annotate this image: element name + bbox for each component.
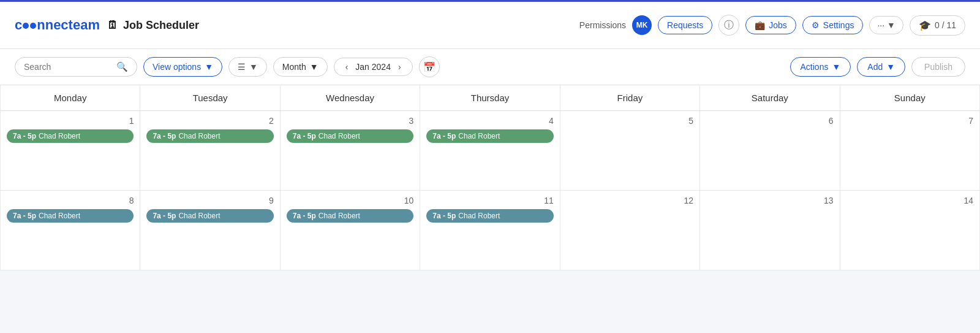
shift-name: Chad Robert xyxy=(318,132,360,140)
calendar-cell-14[interactable]: 14 xyxy=(840,191,980,270)
cell-date-number: 1 xyxy=(7,116,134,126)
cell-date-number: 9 xyxy=(146,196,273,205)
avatar[interactable]: MK xyxy=(632,15,652,35)
calendar-cell-12[interactable]: 12 xyxy=(560,191,700,270)
search-box[interactable]: 🔍 xyxy=(15,57,137,77)
cell-date-number: 13 xyxy=(706,196,833,205)
header-right: Permissions MK Requests ⓘ 💼 Jobs ⚙ Setti… xyxy=(579,15,965,36)
shift-badge[interactable]: 7a - 5pChad Robert xyxy=(7,129,134,143)
calendar-cell-6[interactable]: 6 xyxy=(700,111,840,191)
logo[interactable]: cnnecteam xyxy=(15,17,100,33)
requests-button[interactable]: Requests xyxy=(658,16,712,34)
shift-time: 7a - 5p xyxy=(153,212,176,220)
search-input[interactable] xyxy=(24,62,111,72)
calendar-cell-10[interactable]: 107a - 5pChad Robert xyxy=(281,191,420,270)
jobs-icon: 💼 xyxy=(755,20,765,30)
calendar-cell-11[interactable]: 117a - 5pChad Robert xyxy=(420,191,560,270)
calendar-grid: 17a - 5pChad Robert27a - 5pChad Robert37… xyxy=(0,111,980,270)
notification-badge[interactable]: 🎓 0 / 11 xyxy=(910,15,965,36)
calendar-cell-8[interactable]: 87a - 5pChad Robert xyxy=(1,191,140,270)
shift-time: 7a - 5p xyxy=(293,132,316,140)
calendar-cell-5[interactable]: 5 xyxy=(560,111,700,191)
day-header-friday: Friday xyxy=(560,85,700,110)
cell-date-number: 3 xyxy=(287,116,413,126)
more-button[interactable]: ··· ▼ xyxy=(869,16,903,34)
shift-badge[interactable]: 7a - 5pChad Robert xyxy=(146,129,273,143)
cell-date-number: 8 xyxy=(7,196,134,205)
view-options-button[interactable]: View options ▼ xyxy=(143,57,222,77)
calendar-cell-4[interactable]: 47a - 5pChad Robert xyxy=(420,111,560,191)
shift-badge[interactable]: 7a - 5pChad Robert xyxy=(426,129,553,143)
calendar-picker-button[interactable]: 📅 xyxy=(419,56,440,77)
settings-button[interactable]: ⚙ Settings xyxy=(802,16,864,34)
jobs-button[interactable]: 💼 Jobs xyxy=(745,16,796,34)
cell-date-number: 6 xyxy=(706,116,833,126)
shift-time: 7a - 5p xyxy=(432,132,456,140)
actions-button[interactable]: Actions ▼ xyxy=(790,57,851,77)
prev-month-button[interactable]: ‹ xyxy=(343,62,351,72)
day-header-thursday: Thursday xyxy=(420,85,560,110)
shift-name: Chad Robert xyxy=(39,212,80,220)
calendar-cell-3[interactable]: 37a - 5pChad Robert xyxy=(281,111,420,191)
day-header-wednesday: Wednesday xyxy=(281,85,420,110)
info-icon-button[interactable]: ⓘ xyxy=(718,15,739,36)
publish-button[interactable]: Publish xyxy=(911,57,965,77)
shift-time: 7a - 5p xyxy=(432,212,456,220)
day-header-sunday: Sunday xyxy=(840,85,980,110)
cell-date-number: 2 xyxy=(146,116,273,126)
badge-icon: 🎓 xyxy=(919,20,931,31)
chevron-down-icon: ▼ xyxy=(832,62,840,72)
shift-name: Chad Robert xyxy=(458,132,500,140)
chevron-down-icon: ▼ xyxy=(887,20,895,30)
shift-name: Chad Robert xyxy=(178,212,220,220)
cell-date-number: 11 xyxy=(426,196,553,205)
shift-badge[interactable]: 7a - 5pChad Robert xyxy=(426,209,553,223)
chevron-down-icon: ▼ xyxy=(249,62,258,72)
cell-date-number: 12 xyxy=(567,196,693,205)
search-icon: 🔍 xyxy=(116,61,128,72)
day-header-saturday: Saturday xyxy=(700,85,840,110)
shift-name: Chad Robert xyxy=(39,132,80,140)
calendar-cell-7[interactable]: 7 xyxy=(840,111,980,191)
shift-badge[interactable]: 7a - 5pChad Robert xyxy=(287,129,413,143)
shift-time: 7a - 5p xyxy=(153,132,176,140)
shift-time: 7a - 5p xyxy=(13,132,36,140)
toolbar-right-actions: Actions ▼ Add ▼ Publish xyxy=(790,57,965,77)
shift-name: Chad Robert xyxy=(318,212,360,220)
calendar-cell-9[interactable]: 97a - 5pChad Robert xyxy=(140,191,280,270)
cell-date-number: 10 xyxy=(287,196,413,205)
app-header: cnnecteam 🗓 Job Scheduler Permissions MK… xyxy=(0,0,980,49)
header-left: cnnecteam 🗓 Job Scheduler xyxy=(15,17,199,33)
cell-date-number: 14 xyxy=(846,196,973,205)
logo-text: cnnecteam xyxy=(15,17,100,33)
day-header-monday: Monday xyxy=(1,85,140,110)
filter-icon: ☰ xyxy=(238,62,246,72)
shift-badge[interactable]: 7a - 5pChad Robert xyxy=(146,209,273,223)
filter-button[interactable]: ☰ ▼ xyxy=(228,57,267,77)
calendar-cell-2[interactable]: 27a - 5pChad Robert xyxy=(140,111,280,191)
current-month-label: Jan 2024 xyxy=(355,62,391,72)
cell-date-number: 5 xyxy=(567,116,693,126)
shift-badge[interactable]: 7a - 5pChad Robert xyxy=(287,209,413,223)
shift-time: 7a - 5p xyxy=(293,212,316,220)
date-navigation: ‹ Jan 2024 › xyxy=(334,58,413,76)
calendar-cell-1[interactable]: 17a - 5pChad Robert xyxy=(1,111,140,191)
cell-date-number: 4 xyxy=(426,116,553,126)
shift-badge[interactable]: 7a - 5pChad Robert xyxy=(7,209,134,223)
day-header-tuesday: Tuesday xyxy=(140,85,280,110)
calendar-day-headers: Monday Tuesday Wednesday Thursday Friday… xyxy=(0,85,980,111)
toolbar: 🔍 View options ▼ ☰ ▼ Month ▼ ‹ Jan 2024 … xyxy=(0,49,980,85)
next-month-button[interactable]: › xyxy=(396,62,404,72)
add-button[interactable]: Add ▼ xyxy=(857,57,905,77)
calendar-cell-13[interactable]: 13 xyxy=(700,191,840,270)
cell-date-number: 7 xyxy=(846,116,973,126)
chevron-down-icon: ▼ xyxy=(310,62,318,72)
chevron-down-icon: ▼ xyxy=(205,62,213,72)
shift-time: 7a - 5p xyxy=(13,212,36,220)
month-selector[interactable]: Month ▼ xyxy=(273,57,328,77)
scheduler-icon: 🗓 xyxy=(107,19,118,32)
chevron-down-icon: ▼ xyxy=(886,62,895,72)
page-title: 🗓 Job Scheduler xyxy=(107,19,199,32)
permissions-label: Permissions xyxy=(579,20,626,30)
shift-name: Chad Robert xyxy=(458,212,500,220)
